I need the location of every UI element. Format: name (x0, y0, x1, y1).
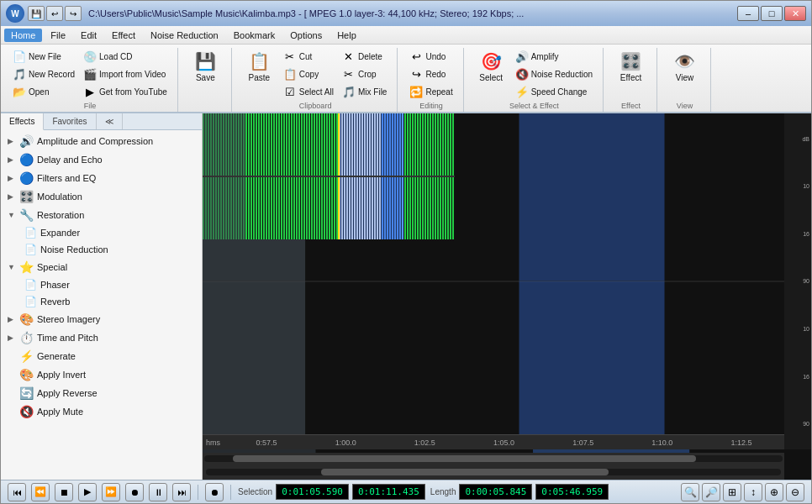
transport-rewind[interactable]: ⏪ (31, 483, 50, 501)
zoom-extra1[interactable]: ⊕ (765, 483, 783, 501)
filters-icon: 🔵 (19, 171, 34, 185)
transport-stop[interactable]: ⏹ (55, 483, 73, 501)
menu-options[interactable]: Options (283, 29, 329, 42)
tab-collapse[interactable]: ≪ (97, 113, 123, 129)
ribbon-load-cd[interactable]: 💿 Load CD (80, 48, 171, 65)
ribbon-effect-label: Effect (621, 102, 641, 110)
time-label-105: 1:05.0 (464, 438, 543, 447)
menu-file[interactable]: File (44, 29, 72, 42)
waveform-canvas[interactable] (203, 113, 455, 239)
zoom-out[interactable]: 🔎 (702, 483, 720, 501)
transport-fast-forward[interactable]: ⏩ (102, 483, 120, 501)
mix-file-icon: 🎵 (342, 85, 356, 98)
sidebar-item-modulation[interactable]: ▶ 🎛️ Modulation (1, 187, 202, 206)
sidebar-item-special[interactable]: ▼ ⭐ Special (1, 258, 202, 276)
zoom-fit[interactable]: ⊞ (723, 483, 741, 501)
menu-bookmark[interactable]: Bookmark (227, 29, 282, 42)
ribbon-delete[interactable]: ✕ Delete (339, 48, 390, 65)
select-all-icon: ☑ (283, 85, 297, 98)
ribbon-file-col1: 📄 New File 🎵 New Record 📂 Open (9, 48, 78, 100)
ribbon-group-view: 👁️ View View (659, 48, 711, 112)
ribbon-speed-change[interactable]: ⚡ Speed Change (512, 83, 596, 100)
ribbon-select-all[interactable]: ☑ Select All (280, 83, 337, 100)
ribbon-open[interactable]: 📂 Open (9, 83, 78, 100)
ribbon-amplify[interactable]: 🔊 Amplify (512, 48, 596, 65)
redo-icon: ↪ (409, 67, 423, 81)
scrollbar-horizontal[interactable] (203, 453, 784, 465)
sidebar-item-apply-mute[interactable]: 🔇 Apply Mute (1, 402, 202, 421)
ribbon-new-file[interactable]: 📄 New File (9, 48, 78, 65)
menu-noise-reduction[interactable]: Noise Reduction (144, 29, 225, 42)
noise-reduction-tree-icon: 📄 (24, 244, 37, 255)
sidebar-item-filters[interactable]: ▶ 🔵 Filters and EQ (1, 169, 202, 187)
delay-icon: 🔵 (19, 153, 34, 166)
new-record-icon: 🎵 (13, 67, 26, 81)
ribbon-mix-file[interactable]: 🎵 Mix File (339, 83, 390, 100)
scroll-track-2[interactable] (206, 469, 781, 475)
sidebar-item-expander[interactable]: 📄 Expander (1, 224, 202, 241)
transport-play[interactable]: ▶ (78, 483, 97, 501)
ribbon-crop[interactable]: ✂ Crop (339, 66, 390, 82)
sidebar-item-reverb[interactable]: 📄 Reverb (1, 293, 202, 310)
sidebar-item-phaser[interactable]: 📄 Phaser (1, 276, 202, 293)
ribbon-copy[interactable]: 📋 Copy (280, 66, 337, 82)
zoom-extra2[interactable]: ⊖ (786, 483, 804, 501)
scroll-track[interactable] (204, 455, 783, 462)
ribbon-effect[interactable]: 🎛️ Effect (612, 48, 650, 84)
scroll-thumb[interactable] (233, 455, 695, 462)
waveform-canvas-area[interactable] (203, 113, 455, 239)
apply-invert-icon: 🎨 (19, 368, 34, 381)
ribbon-save[interactable]: 💾 Save (187, 48, 224, 84)
ribbon-select[interactable]: 🎯 Select (472, 48, 510, 84)
toolbar-redo[interactable]: ↪ (65, 6, 82, 21)
tab-favorites[interactable]: Favorites (44, 113, 96, 129)
ribbon-import-video[interactable]: 🎬 Import from Video (80, 66, 171, 82)
close-button[interactable]: ✕ (784, 6, 806, 21)
sidebar-item-generate[interactable]: ⚡ Generate (1, 347, 202, 365)
ribbon-view[interactable]: 👁️ View (666, 48, 704, 84)
sidebar-content: ▶ 🔊 Amplitude and Compression ▶ 🔵 Delay … (1, 130, 202, 480)
maximize-button[interactable]: □ (761, 6, 783, 21)
scrollbar-horizontal-2[interactable] (203, 465, 784, 480)
zoom-in[interactable]: 🔍 (681, 483, 699, 501)
stereo-icon: 🎨 (19, 312, 34, 326)
minimize-button[interactable]: – (737, 6, 759, 21)
db-label-10-1: 10 (786, 183, 809, 189)
transport-record-2[interactable]: ⏺ (205, 483, 224, 501)
menu-edit[interactable]: Edit (74, 29, 103, 42)
sidebar-item-apply-reverse[interactable]: 🔄 Apply Reverse (1, 384, 202, 402)
ribbon-cut[interactable]: ✂ Cut (280, 48, 337, 65)
cut-icon: ✂ (283, 50, 297, 63)
zoom-reset[interactable]: ↕ (744, 483, 762, 501)
sidebar-tabs: Effects Favorites ≪ (1, 113, 202, 130)
ribbon-redo[interactable]: ↪ Redo (406, 66, 456, 82)
sidebar-item-time-pitch[interactable]: ▶ ⏱️ Time and Pitch (1, 328, 202, 347)
ribbon-get-youtube[interactable]: ▶ Get from YouTube (80, 83, 171, 100)
ribbon-new-record[interactable]: 🎵 New Record (9, 66, 78, 82)
transport-record[interactable]: ⏺ (125, 483, 144, 501)
ribbon-paste[interactable]: 📋 Paste (240, 48, 278, 84)
transport-next[interactable]: ⏭ (172, 483, 191, 501)
scroll-thumb-2[interactable] (321, 469, 609, 475)
menu-home[interactable]: Home (4, 29, 42, 42)
sidebar-item-noise-reduction[interactable]: 📄 Noise Reduction (1, 241, 202, 258)
ribbon-noise-reduction[interactable]: 🔇 Noise Reduction (512, 66, 596, 82)
ribbon-repeat[interactable]: 🔁 Repeat (406, 83, 456, 100)
sidebar-item-apply-invert[interactable]: 🎨 Apply Invert (1, 365, 202, 384)
sidebar-item-delay[interactable]: ▶ 🔵 Delay and Echo (1, 150, 202, 169)
menu-help[interactable]: Help (330, 29, 363, 42)
transport-pause[interactable]: ⏸ (149, 483, 167, 501)
transport-prev[interactable]: ⏮ (8, 483, 26, 501)
db-label-10-2: 10 (786, 326, 809, 332)
tab-effects[interactable]: Effects (1, 113, 44, 130)
ribbon-undo[interactable]: ↩ Undo (406, 48, 456, 65)
ribbon-clipboard-col1: ✂ Cut 📋 Copy ☑ Select All (280, 48, 337, 100)
sidebar-item-stereo[interactable]: ▶ 🎨 Stereo Imagery (1, 310, 202, 328)
toolbar-save[interactable]: 💾 (28, 6, 45, 21)
sidebar-item-restoration[interactable]: ▼ 🔧 Restoration (1, 206, 202, 224)
toolbar-undo[interactable]: ↩ (46, 6, 63, 21)
menu-effect[interactable]: Effect (105, 29, 142, 42)
sidebar-item-amplitude[interactable]: ▶ 🔊 Amplitude and Compression (1, 132, 202, 150)
ribbon-clipboard-col2: ✕ Delete ✂ Crop 🎵 Mix File (339, 48, 390, 100)
selection-start-value: 0:01:05.590 (276, 484, 349, 500)
